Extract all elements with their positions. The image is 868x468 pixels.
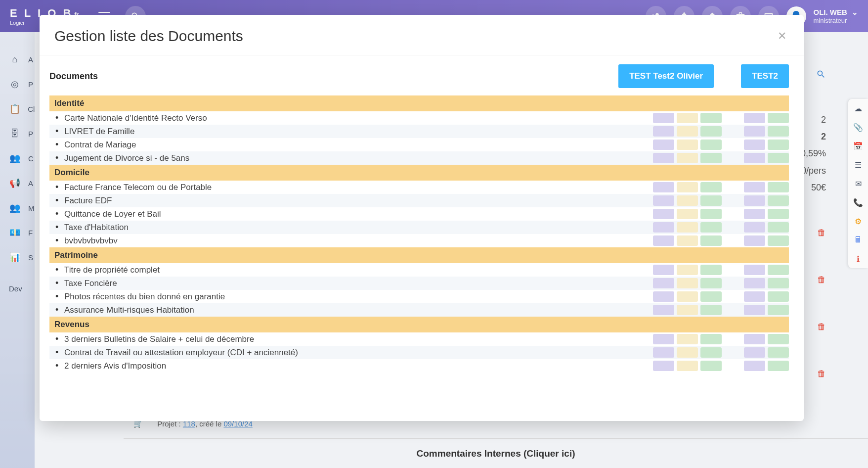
document-item[interactable]: Facture France Telecom ou de Portable [49, 181, 789, 194]
status-cell[interactable] [653, 140, 674, 150]
status-cell[interactable] [677, 153, 698, 163]
status-cell[interactable] [653, 347, 674, 358]
status-cell[interactable] [744, 126, 765, 137]
status-cell[interactable] [700, 361, 722, 371]
status-cell[interactable] [768, 126, 789, 137]
status-cell[interactable] [744, 182, 765, 192]
status-cell[interactable] [677, 291, 698, 302]
document-item[interactable]: Taxe d'Habitation [49, 221, 789, 234]
document-name: 3 derniers Bulletins de Salaire + celui … [64, 334, 653, 344]
status-cell[interactable] [700, 126, 722, 137]
document-item[interactable]: bvbvbvbvbvbv [49, 234, 789, 247]
status-cell[interactable] [744, 291, 765, 302]
status-cell[interactable] [653, 235, 674, 246]
status-cell[interactable] [768, 182, 789, 192]
modal-close-button[interactable]: ✕ [775, 27, 789, 45]
status-cell[interactable] [768, 347, 789, 358]
status-cell[interactable] [768, 140, 789, 150]
status-cell[interactable] [653, 153, 674, 163]
status-cell[interactable] [653, 195, 674, 206]
status-cell[interactable] [744, 265, 765, 275]
document-item[interactable]: Contrat de Mariage [49, 138, 789, 151]
status-cell[interactable] [744, 334, 765, 344]
document-item[interactable]: 3 derniers Bulletins de Salaire + celui … [49, 332, 789, 346]
status-cell[interactable] [700, 153, 722, 163]
status-cell[interactable] [653, 334, 674, 344]
document-item[interactable]: Facture EDF [49, 194, 789, 207]
document-item[interactable]: Carte Nationale d'Identité Recto Verso [49, 111, 789, 125]
document-item[interactable]: Quittance de Loyer et Bail [49, 207, 789, 221]
status-cell[interactable] [653, 265, 674, 275]
status-cell[interactable] [677, 235, 698, 246]
status-cell[interactable] [677, 182, 698, 192]
status-cell[interactable] [700, 182, 722, 192]
status-cell[interactable] [768, 113, 789, 123]
status-cell[interactable] [744, 305, 765, 315]
status-cell[interactable] [744, 209, 765, 219]
status-cell[interactable] [700, 113, 722, 123]
status-cell[interactable] [677, 347, 698, 358]
status-cell[interactable] [653, 361, 674, 371]
document-item[interactable]: LIVRET de Famille [49, 125, 789, 138]
status-cell[interactable] [653, 182, 674, 192]
status-cell[interactable] [768, 153, 789, 163]
status-cell[interactable] [677, 209, 698, 219]
status-cell[interactable] [700, 140, 722, 150]
status-cell[interactable] [677, 265, 698, 275]
status-cell[interactable] [768, 361, 789, 371]
status-cell[interactable] [768, 334, 789, 344]
status-cell[interactable] [744, 222, 765, 233]
status-cell[interactable] [768, 278, 789, 288]
status-cell[interactable] [744, 113, 765, 123]
status-cell[interactable] [744, 347, 765, 358]
status-cell[interactable] [677, 278, 698, 288]
status-cell[interactable] [744, 361, 765, 371]
status-cell[interactable] [700, 235, 722, 246]
status-cell[interactable] [700, 347, 722, 358]
document-item[interactable]: Assurance Multi-risques Habitation [49, 303, 789, 317]
status-cell[interactable] [653, 113, 674, 123]
status-cell[interactable] [653, 222, 674, 233]
status-cell[interactable] [700, 195, 722, 206]
status-cell[interactable] [700, 265, 722, 275]
test-button-2[interactable]: TEST2 [741, 64, 789, 88]
document-item[interactable]: Contrat de Travail ou attestation employ… [49, 346, 789, 359]
status-cell[interactable] [744, 235, 765, 246]
status-cell[interactable] [677, 195, 698, 206]
document-item[interactable]: 2 derniers Avis d'Imposition [49, 359, 789, 373]
status-cell[interactable] [677, 222, 698, 233]
test-button-1[interactable]: TEST Test2 Olivier [618, 64, 714, 88]
status-cell[interactable] [653, 126, 674, 137]
status-cell[interactable] [677, 334, 698, 344]
document-item[interactable]: Taxe Foncière [49, 277, 789, 290]
status-cell[interactable] [700, 334, 722, 344]
status-cell[interactable] [700, 222, 722, 233]
status-cell[interactable] [677, 113, 698, 123]
status-cell[interactable] [700, 209, 722, 219]
status-cell[interactable] [768, 209, 789, 219]
document-item[interactable]: Jugement de Divorce si - de 5ans [49, 151, 789, 165]
status-cell[interactable] [653, 209, 674, 219]
status-cell[interactable] [653, 305, 674, 315]
status-cell[interactable] [700, 278, 722, 288]
status-cell[interactable] [768, 265, 789, 275]
status-cell[interactable] [677, 361, 698, 371]
status-cell[interactable] [768, 222, 789, 233]
document-item[interactable]: Photos récentes du bien donné en garanti… [49, 290, 789, 303]
status-cell[interactable] [653, 291, 674, 302]
status-cell[interactable] [677, 126, 698, 137]
status-cell[interactable] [677, 140, 698, 150]
status-cell[interactable] [677, 305, 698, 315]
status-cell[interactable] [744, 153, 765, 163]
status-cell[interactable] [700, 305, 722, 315]
status-cell[interactable] [744, 140, 765, 150]
status-cell[interactable] [768, 305, 789, 315]
document-item[interactable]: Titre de propriété complet [49, 263, 789, 277]
status-cell[interactable] [653, 278, 674, 288]
status-cell[interactable] [768, 195, 789, 206]
status-cell[interactable] [744, 278, 765, 288]
status-cell[interactable] [700, 291, 722, 302]
status-cell[interactable] [768, 235, 789, 246]
status-cell[interactable] [768, 291, 789, 302]
status-cell[interactable] [744, 195, 765, 206]
